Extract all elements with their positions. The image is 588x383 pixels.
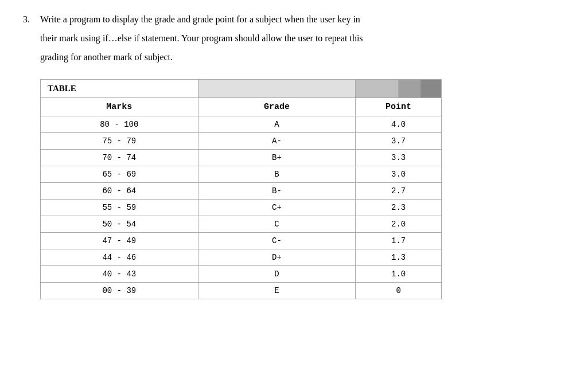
cell-grade: C+ [198, 199, 356, 216]
question-header: 3. Write a program to display the grade … [23, 11, 565, 27]
cell-marks: 70 - 74 [41, 149, 198, 166]
table-row: 44 - 46D+1.3 [41, 249, 442, 265]
cell-grade: A [198, 116, 356, 132]
question-container: 3. Write a program to display the grade … [23, 11, 565, 299]
cell-marks: 40 - 43 [41, 265, 198, 282]
question-text-line1: Write a program to display the grade and… [40, 11, 360, 27]
table-body: 80 - 100A4.075 - 79A-3.770 - 74B+3.365 -… [41, 116, 442, 299]
table-row: 75 - 79A-3.7 [41, 132, 442, 149]
grade-table: TABLE Marks Grade Point 80 - 100A4.075 -… [40, 79, 442, 299]
table-header-shade4 [420, 79, 441, 97]
cell-marks: 47 - 49 [41, 232, 198, 249]
table-row: 50 - 54C2.0 [41, 216, 442, 232]
cell-grade: D [198, 265, 356, 282]
table-row: 70 - 74B+3.3 [41, 149, 442, 166]
table-label: TABLE [41, 79, 198, 97]
cell-grade: B+ [198, 149, 356, 166]
table-header-row: Marks Grade Point [41, 97, 442, 116]
cell-point: 2.0 [356, 216, 442, 232]
table-row: 60 - 64B-2.7 [41, 182, 442, 199]
cell-grade: A- [198, 132, 356, 149]
question-line2-before: their mark using [40, 33, 103, 43]
table-row: 40 - 43D1.0 [41, 265, 442, 282]
cell-point: 3.7 [356, 132, 442, 149]
col-header-grade: Grade [198, 97, 356, 116]
table-header-shade2 [356, 79, 399, 97]
cell-marks: 80 - 100 [41, 116, 198, 132]
table-row: 00 - 39E0 [41, 282, 442, 299]
cell-grade: C- [198, 232, 356, 249]
cell-point: 1.0 [356, 265, 442, 282]
cell-marks: 50 - 54 [41, 216, 198, 232]
table-header-shade1 [198, 79, 356, 97]
cell-grade: D+ [198, 249, 356, 265]
question-number: 3. [23, 11, 36, 27]
table-title-row: TABLE [41, 79, 442, 97]
table-row: 80 - 100A4.0 [41, 116, 442, 132]
question-line2: their mark using if…else if statement. Y… [40, 30, 565, 46]
cell-grade: B- [198, 182, 356, 199]
table-row: 55 - 59C+2.3 [41, 199, 442, 216]
cell-point: 3.0 [356, 166, 442, 182]
cell-point: 3.3 [356, 149, 442, 166]
cell-marks: 55 - 59 [41, 199, 198, 216]
cell-point: 0 [356, 282, 442, 299]
cell-marks: 60 - 64 [41, 182, 198, 199]
question-line2-after: statement. Your program should allow the… [139, 33, 363, 43]
table-header-shade3 [399, 79, 420, 97]
cell-grade: B [198, 166, 356, 182]
question-code1: if…else if [103, 33, 139, 43]
question-line3: grading for another mark of subject. [40, 49, 565, 65]
cell-point: 2.3 [356, 199, 442, 216]
cell-point: 4.0 [356, 116, 442, 132]
cell-point: 1.3 [356, 249, 442, 265]
cell-grade: C [198, 216, 356, 232]
table-row: 65 - 69B3.0 [41, 166, 442, 182]
cell-point: 2.7 [356, 182, 442, 199]
cell-point: 1.7 [356, 232, 442, 249]
cell-marks: 65 - 69 [41, 166, 198, 182]
cell-marks: 44 - 46 [41, 249, 198, 265]
table-row: 47 - 49C-1.7 [41, 232, 442, 249]
cell-grade: E [198, 282, 356, 299]
col-header-marks: Marks [41, 97, 198, 116]
cell-marks: 00 - 39 [41, 282, 198, 299]
cell-marks: 75 - 79 [41, 132, 198, 149]
table-wrapper: TABLE Marks Grade Point 80 - 100A4.075 -… [40, 79, 565, 299]
col-header-point: Point [356, 97, 442, 116]
